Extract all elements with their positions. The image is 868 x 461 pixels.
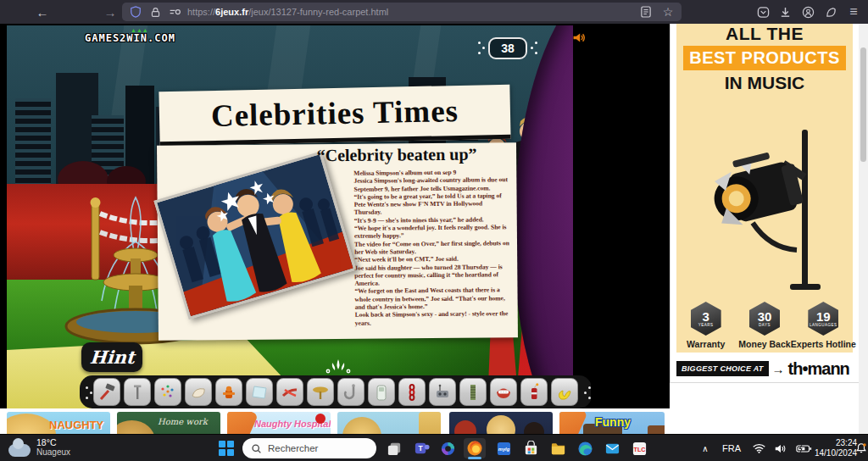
screen: ← → https://6jeux.fr/jeux/13127-funny-re… <box>0 0 868 461</box>
language-indicator[interactable]: FRA <box>719 435 744 461</box>
stool-icon <box>310 382 331 403</box>
celebrity-fight-photo <box>153 152 356 319</box>
badge-money-back: 30DAYS Money Back <box>737 302 793 349</box>
weather-widget[interactable]: 18°CNuageux <box>8 437 70 458</box>
hint-label: Hint <box>89 347 136 368</box>
nail-icon <box>127 382 147 403</box>
flourish-ornament <box>324 358 353 376</box>
ad-headline-1: ALL THE <box>676 24 853 44</box>
sound-toggle-icon[interactable] <box>571 31 586 45</box>
dynamite-icon <box>524 382 544 403</box>
mail-icon[interactable] <box>601 438 623 458</box>
ad-headline-2: BEST PRODUCTS <box>689 48 840 68</box>
scrollbar-thumb[interactable] <box>860 47 866 162</box>
weather-condition: Nuageux <box>36 447 70 458</box>
edge-icon[interactable] <box>574 438 596 458</box>
tool-dynamite[interactable] <box>520 378 548 406</box>
crown-icon: ▲▲▲ <box>131 27 148 33</box>
stage-light-image <box>702 104 829 299</box>
file-explorer-icon[interactable] <box>547 438 569 458</box>
tool-glass-pane[interactable] <box>246 378 273 406</box>
volume-icon[interactable] <box>771 435 790 461</box>
tool-hydrant[interactable] <box>215 378 242 406</box>
score-dots-left <box>478 41 485 56</box>
tool-remote-control[interactable] <box>429 378 456 406</box>
tool-confetti[interactable] <box>154 378 181 406</box>
battery-icon[interactable] <box>793 435 814 461</box>
pocket-icon[interactable] <box>754 3 772 21</box>
weather-temp: 18°C <box>36 437 70 447</box>
tool-mobile-phone[interactable] <box>368 378 395 406</box>
tool-shell[interactable] <box>185 378 212 406</box>
thomann-logo[interactable]: th•mann <box>788 359 849 379</box>
newspaper-masthead: Celebrities Times <box>159 85 510 147</box>
tool-nail[interactable] <box>124 378 151 406</box>
badge-warranty: 3YEARS Warranty <box>678 302 734 349</box>
tool-stool[interactable] <box>307 378 334 406</box>
svg-text:T: T <box>418 444 423 453</box>
newspaper-title: Celebrities Times <box>210 92 459 134</box>
account-icon[interactable] <box>798 3 817 21</box>
article-headline: “Celebrity beaten up” <box>277 144 516 165</box>
bookmark-star-icon[interactable]: ☆ <box>661 5 675 19</box>
hexagon-badge-icon: 19LANGUAGES <box>808 302 838 336</box>
downloads-icon[interactable] <box>776 3 794 21</box>
tray-chevron[interactable]: ∧ <box>697 435 714 461</box>
dentures-icon <box>493 382 514 403</box>
fish-hook-icon <box>341 382 361 403</box>
tool-hammer[interactable] <box>93 378 120 406</box>
clock-widget[interactable]: 23:2414/10/2024 <box>815 435 856 461</box>
glass-pane-icon <box>249 382 270 403</box>
tool-slots <box>90 378 581 406</box>
tool-banana-peel[interactable] <box>551 378 578 406</box>
lock-icon[interactable] <box>148 5 162 19</box>
back-button[interactable]: ← <box>32 2 53 22</box>
hammer-icon <box>97 382 117 403</box>
menu-icon[interactable]: ≡ <box>844 3 863 21</box>
microsoft-365-icon[interactable] <box>437 438 459 458</box>
tracking-shield-icon[interactable] <box>129 5 142 19</box>
teams-icon[interactable]: T <box>410 438 432 458</box>
svg-text:TLC: TLC <box>633 446 645 453</box>
hexagon-badge-icon: 30DAYS <box>749 302 780 336</box>
stage-edge <box>573 25 591 408</box>
newspaper-body: “Celebrity beaten up” Melissa Simpson's … <box>157 142 518 341</box>
ad-panel[interactable]: ALL THE BEST PRODUCTS IN MUSIC <box>670 24 860 383</box>
article-text: Melissa Simpson's album out on sep 9 Jes… <box>353 168 511 327</box>
forward-button[interactable]: → <box>100 2 120 22</box>
tool-fish-hook[interactable] <box>337 378 364 406</box>
firefox-icon[interactable] <box>464 438 486 458</box>
remote-control-icon <box>432 382 453 403</box>
wifi-icon[interactable] <box>749 435 768 461</box>
score-widget: 38 <box>478 37 537 59</box>
autoplay-blocked-icon[interactable] <box>168 5 181 19</box>
games2win-logo[interactable]: GAMES2WIN.COM <box>85 32 175 44</box>
ladder-icon <box>463 382 483 403</box>
hint-button[interactable]: Hint <box>81 342 142 372</box>
tool-toy-plane[interactable] <box>276 378 303 406</box>
page-scrollbar[interactable] <box>859 24 868 434</box>
tool-chain[interactable] <box>398 378 426 406</box>
mylg-app-icon[interactable]: mylg <box>492 438 515 458</box>
toy-plane-icon <box>280 382 300 403</box>
start-button[interactable] <box>219 441 234 456</box>
arrow-icon: → <box>772 362 785 376</box>
search-icon <box>251 443 262 454</box>
extensions-icon[interactable] <box>821 3 840 21</box>
game-canvas[interactable]: GAMES2WIN.COM ▲▲▲ 38 Celebrities Times <box>7 25 591 408</box>
mobile-phone-icon <box>371 382 392 403</box>
tlc-app-icon[interactable]: TLC <box>628 438 650 458</box>
ad-headline-3: IN MUSIC <box>676 73 853 93</box>
hydrant-icon <box>219 382 239 403</box>
tool-dentures[interactable] <box>490 378 517 406</box>
ad-choice-box: BIGGEST CHOICE AT <box>676 361 769 376</box>
address-bar[interactable]: https://6jeux.fr/jeux/13127-funny-red-ca… <box>122 3 682 21</box>
notification-bell-icon[interactable] <box>854 435 868 461</box>
microsoft-store-icon[interactable] <box>520 438 542 458</box>
tool-ladder[interactable] <box>459 378 487 406</box>
inventory-tray <box>80 375 591 408</box>
reader-mode-icon[interactable] <box>639 5 653 19</box>
ad-badges: 3YEARS Warranty 30DAYS Money Back 19LANG… <box>676 302 853 349</box>
task-view-icon[interactable] <box>383 438 405 458</box>
taskbar-search[interactable]: Rechercher <box>242 438 376 458</box>
